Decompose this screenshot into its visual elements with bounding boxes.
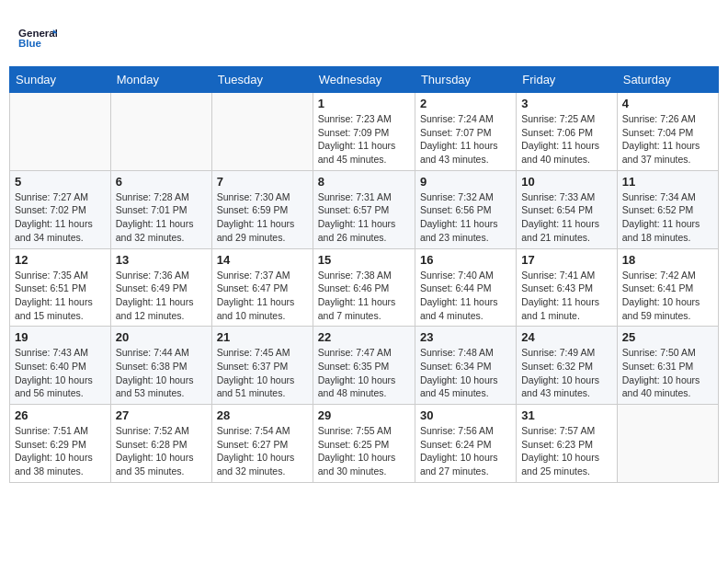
day-number: 16 [420,253,511,267]
day-number: 30 [420,408,511,422]
day-number: 12 [15,253,106,267]
day-info: Sunset: 6:38 PM [116,360,207,373]
day-info: Sunrise: 7:43 AM [15,346,106,360]
logo: General Blue [18,18,61,57]
calendar-cell: 27Sunrise: 7:52 AMSunset: 6:28 PMDayligh… [110,405,211,483]
day-number: 10 [521,175,611,189]
day-info: Sunset: 6:40 PM [15,360,106,373]
calendar-cell: 11Sunrise: 7:34 AMSunset: 6:52 PMDayligh… [617,170,718,248]
day-info: Daylight: 10 hours and 59 minutes. [622,295,713,322]
weekday-header-tuesday: Tuesday [211,67,313,93]
day-info: Daylight: 10 hours and 25 minutes. [521,451,611,477]
day-number: 19 [15,330,106,344]
calendar-cell: 30Sunrise: 7:56 AMSunset: 6:24 PMDayligh… [415,405,516,483]
day-info: Sunrise: 7:42 AM [622,269,713,282]
weekday-header-wednesday: Wednesday [313,67,415,93]
day-info: Sunset: 6:59 PM [217,203,308,217]
day-info: Sunrise: 7:44 AM [116,346,207,360]
day-info: Sunset: 6:46 PM [318,282,410,295]
day-number: 18 [622,253,713,267]
day-number: 2 [420,97,511,110]
calendar-week-4: 19Sunrise: 7:43 AMSunset: 6:40 PMDayligh… [10,327,719,405]
day-info: Sunrise: 7:27 AM [15,190,106,204]
day-info: Sunset: 7:02 PM [15,203,106,217]
calendar-cell: 19Sunrise: 7:43 AMSunset: 6:40 PMDayligh… [10,327,111,405]
day-number: 31 [521,408,611,422]
day-info: Sunset: 6:29 PM [15,438,106,452]
day-info: Sunset: 7:09 PM [318,126,410,140]
svg-text:Blue: Blue [18,38,42,49]
day-info: Daylight: 11 hours and 26 minutes. [318,217,410,244]
day-number: 27 [116,408,207,422]
day-number: 14 [217,253,308,267]
day-info: Daylight: 10 hours and 56 minutes. [15,373,106,400]
day-info: Daylight: 11 hours and 15 minutes. [15,295,106,322]
day-info: Daylight: 10 hours and 43 minutes. [521,373,611,400]
day-info: Sunrise: 7:34 AM [622,190,713,204]
day-info: Sunrise: 7:41 AM [521,269,611,282]
day-number: 4 [622,97,713,110]
logo-svg: General Blue [18,18,57,57]
day-info: Daylight: 11 hours and 29 minutes. [217,217,308,244]
calendar-cell: 26Sunrise: 7:51 AMSunset: 6:29 PMDayligh… [10,405,111,483]
calendar-cell: 12Sunrise: 7:35 AMSunset: 6:51 PMDayligh… [10,248,111,327]
day-number: 11 [622,175,713,189]
day-info: Sunset: 6:51 PM [15,282,106,295]
day-info: Sunrise: 7:24 AM [420,112,511,126]
calendar-cell: 8Sunrise: 7:31 AMSunset: 6:57 PMDaylight… [313,170,415,248]
calendar-cell: 21Sunrise: 7:45 AMSunset: 6:37 PMDayligh… [211,327,313,405]
day-number: 26 [15,408,106,422]
calendar-cell: 23Sunrise: 7:48 AMSunset: 6:34 PMDayligh… [415,327,516,405]
day-info: Sunrise: 7:25 AM [521,112,611,126]
day-info: Sunset: 7:04 PM [622,126,713,140]
day-info: Daylight: 11 hours and 40 minutes. [521,139,611,166]
day-info: Daylight: 10 hours and 38 minutes. [15,451,106,477]
day-info: Sunrise: 7:30 AM [217,190,308,204]
day-number: 24 [521,330,611,344]
day-info: Sunset: 6:28 PM [116,438,207,452]
day-info: Daylight: 10 hours and 45 minutes. [420,373,511,400]
day-info: Sunrise: 7:55 AM [318,424,410,438]
day-number: 15 [318,253,410,267]
calendar-cell: 31Sunrise: 7:57 AMSunset: 6:23 PMDayligh… [517,405,617,483]
day-number: 1 [318,97,410,110]
calendar-cell: 15Sunrise: 7:38 AMSunset: 6:46 PMDayligh… [313,248,415,327]
calendar-cell: 4Sunrise: 7:26 AMSunset: 7:04 PMDaylight… [617,93,718,171]
calendar-week-3: 12Sunrise: 7:35 AMSunset: 6:51 PMDayligh… [10,248,719,327]
day-info: Sunset: 7:06 PM [521,126,611,140]
calendar-week-1: 1Sunrise: 7:23 AMSunset: 7:09 PMDaylight… [10,93,719,171]
calendar-cell: 2Sunrise: 7:24 AMSunset: 7:07 PMDaylight… [415,93,516,171]
day-info: Sunset: 6:27 PM [217,438,308,452]
calendar-cell: 17Sunrise: 7:41 AMSunset: 6:43 PMDayligh… [517,248,617,327]
day-number: 7 [217,175,308,189]
day-info: Sunrise: 7:35 AM [15,269,106,282]
calendar-cell [110,93,211,171]
day-number: 17 [521,253,611,267]
calendar-cell: 13Sunrise: 7:36 AMSunset: 6:49 PMDayligh… [110,248,211,327]
day-number: 28 [217,408,308,422]
day-info: Sunset: 7:01 PM [116,203,207,217]
calendar-cell: 7Sunrise: 7:30 AMSunset: 6:59 PMDaylight… [211,170,313,248]
day-info: Daylight: 10 hours and 35 minutes. [116,451,207,477]
day-info: Sunset: 6:52 PM [622,203,713,217]
day-number: 23 [420,330,511,344]
day-info: Daylight: 11 hours and 10 minutes. [217,295,308,322]
day-number: 6 [116,175,207,189]
calendar-cell: 22Sunrise: 7:47 AMSunset: 6:35 PMDayligh… [313,327,415,405]
day-number: 22 [318,330,410,344]
day-info: Sunset: 6:32 PM [521,360,611,373]
day-info: Daylight: 11 hours and 32 minutes. [116,217,207,244]
day-info: Sunrise: 7:36 AM [116,269,207,282]
calendar-cell: 29Sunrise: 7:55 AMSunset: 6:25 PMDayligh… [313,405,415,483]
day-info: Sunrise: 7:57 AM [521,424,611,438]
day-info: Sunset: 6:44 PM [420,282,511,295]
day-info: Sunset: 6:31 PM [622,360,713,373]
day-info: Daylight: 11 hours and 34 minutes. [15,217,106,244]
day-info: Sunrise: 7:50 AM [622,346,713,360]
calendar-header-row: SundayMondayTuesdayWednesdayThursdayFrid… [10,67,719,93]
day-info: Sunrise: 7:28 AM [116,190,207,204]
calendar-cell: 20Sunrise: 7:44 AMSunset: 6:38 PMDayligh… [110,327,211,405]
day-info: Daylight: 10 hours and 32 minutes. [217,451,308,477]
day-info: Daylight: 11 hours and 4 minutes. [420,295,511,322]
calendar-cell: 24Sunrise: 7:49 AMSunset: 6:32 PMDayligh… [517,327,617,405]
